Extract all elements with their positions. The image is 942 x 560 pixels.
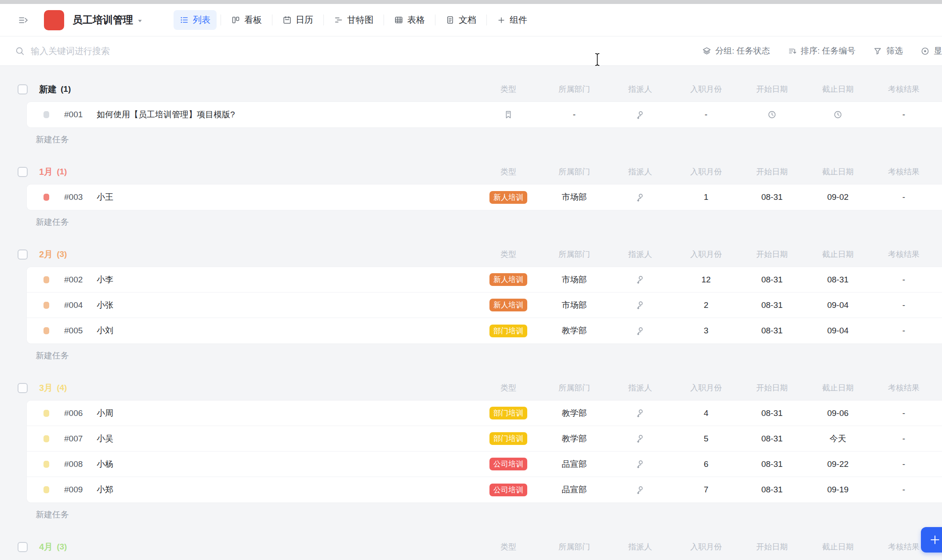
type-cell[interactable]: 部门培训 (475, 432, 541, 445)
display-control[interactable]: 显示 (920, 45, 942, 57)
result-cell[interactable]: - (871, 325, 937, 337)
due-date-cell[interactable]: 09-22 (805, 458, 871, 470)
result-cell[interactable]: - (871, 484, 937, 496)
result-cell[interactable]: - (871, 191, 937, 204)
new-task-button[interactable]: 新建任务 (31, 509, 69, 520)
month-cell[interactable]: 7 (673, 484, 739, 496)
type-cell[interactable]: 部门培训 (475, 325, 541, 337)
result-cell[interactable]: - (871, 458, 937, 470)
start-date-cell[interactable]: 08-31 (739, 273, 805, 286)
month-cell[interactable]: 3 (673, 325, 739, 337)
due-date-cell[interactable]: 今天 (805, 432, 871, 445)
due-date-cell[interactable]: 09-04 (805, 299, 871, 311)
department-cell[interactable]: - (541, 110, 607, 120)
collapse-group-button[interactable] (18, 84, 28, 94)
tab-plus[interactable]: 组件 (491, 10, 533, 30)
start-date-cell[interactable]: 08-31 (739, 484, 805, 496)
assignee-cell[interactable] (607, 484, 673, 496)
start-date-cell[interactable]: 08-31 (739, 325, 805, 337)
department-cell[interactable]: 市场部 (541, 191, 607, 204)
due-date-cell[interactable]: 09-02 (805, 191, 871, 204)
type-cell[interactable]: 公司培训 (475, 458, 541, 470)
task-list: 新建 (1) 类型所属部门指派人入职月份开始日期截止日期考核结果 #001 如何… (0, 80, 942, 560)
task-row[interactable]: #009 小郑 公司培训品宣部708-3109-19- (27, 477, 942, 502)
result-cell[interactable]: - (871, 432, 937, 445)
type-cell[interactable]: 部门培训 (475, 407, 541, 419)
task-row[interactable]: #004 小张 新人培训市场部208-3109-04- (27, 293, 942, 318)
task-row[interactable]: #007 小吴 部门培训教学部508-31今天- (27, 426, 942, 452)
new-task-button[interactable]: 新建任务 (31, 350, 69, 361)
month-cell[interactable]: 1 (673, 191, 739, 204)
column-header: 截止日期 (805, 166, 871, 177)
assignee-cell[interactable] (607, 191, 673, 204)
new-task-button[interactable]: 新建任务 (31, 134, 69, 145)
department-cell[interactable]: 品宣部 (541, 458, 607, 470)
month-cell[interactable]: 6 (673, 458, 739, 470)
filter-control[interactable]: 筛选 (873, 45, 903, 57)
department-cell[interactable]: 教学部 (541, 407, 607, 419)
task-row-cells: 部门培训教学部408-3109-06- (475, 407, 937, 419)
start-date-cell[interactable]: 08-31 (739, 407, 805, 419)
start-date-cell[interactable]: 08-31 (739, 191, 805, 204)
assignee-cell[interactable] (607, 110, 673, 120)
assignee-cell[interactable] (607, 432, 673, 445)
assignee-cell[interactable] (607, 407, 673, 419)
result-cell[interactable]: - (871, 407, 937, 419)
clock-icon (767, 110, 777, 119)
assignee-cell[interactable] (607, 299, 673, 311)
task-row[interactable]: #002 小李 新人培训市场部1208-3108-31- (27, 267, 942, 293)
department-cell[interactable]: 市场部 (541, 299, 607, 311)
department-cell[interactable]: 教学部 (541, 325, 607, 337)
due-date-cell[interactable]: 09-06 (805, 407, 871, 419)
type-cell[interactable]: 新人培训 (475, 299, 541, 311)
assignee-cell[interactable] (607, 273, 673, 286)
month-cell[interactable]: 5 (673, 432, 739, 445)
type-cell[interactable]: 新人培训 (475, 191, 541, 204)
create-task-fab[interactable] (921, 527, 942, 553)
task-row[interactable]: #003 小王 新人培训市场部108-3109-02- (27, 184, 942, 210)
month-cell[interactable]: 12 (673, 273, 739, 286)
collapse-group-button[interactable] (18, 167, 28, 177)
task-row[interactable]: #006 小周 部门培训教学部408-3109-06- (27, 401, 942, 426)
new-task-button[interactable]: 新建任务 (31, 217, 69, 228)
due-date-cell[interactable]: 08-31 (805, 273, 871, 286)
search-input[interactable] (31, 46, 404, 56)
sidebar-toggle-icon[interactable] (18, 14, 29, 26)
tab-gantt[interactable]: 甘特图 (328, 10, 380, 30)
type-cell[interactable] (475, 110, 541, 120)
month-cell[interactable]: - (673, 110, 739, 120)
tab-kanban[interactable]: 看板 (225, 10, 268, 30)
result-cell[interactable]: - (871, 273, 937, 286)
assignee-cell[interactable] (607, 458, 673, 470)
collapse-group-button[interactable] (18, 383, 28, 393)
task-row[interactable]: #008 小杨 公司培训品宣部608-3109-22- (27, 452, 942, 477)
department-cell[interactable]: 教学部 (541, 432, 607, 445)
start-date-cell[interactable]: 08-31 (739, 299, 805, 311)
group-by-control[interactable]: 分组: 任务状态 (702, 45, 770, 57)
type-cell[interactable]: 公司培训 (475, 484, 541, 496)
type-cell[interactable]: 新人培训 (475, 273, 541, 286)
start-date-cell[interactable]: 08-31 (739, 432, 805, 445)
result-cell[interactable]: - (871, 110, 937, 120)
project-title-dropdown[interactable]: 员工培训管理 (72, 13, 143, 27)
start-date-cell[interactable] (739, 110, 805, 120)
month-cell[interactable]: 4 (673, 407, 739, 419)
sort-by-control[interactable]: 排序: 任务编号 (788, 45, 856, 57)
department-cell[interactable]: 品宣部 (541, 484, 607, 496)
start-date-cell[interactable]: 08-31 (739, 458, 805, 470)
due-date-cell[interactable]: 09-04 (805, 325, 871, 337)
tab-doc[interactable]: 文档 (439, 10, 482, 30)
due-date-cell[interactable]: 09-19 (805, 484, 871, 496)
assignee-cell[interactable] (607, 325, 673, 337)
result-cell[interactable]: - (871, 299, 937, 311)
task-row[interactable]: #005 小刘 部门培训教学部308-3109-04- (27, 318, 942, 343)
task-row[interactable]: #001 如何使用【员工培训管理】项目模版? --- (27, 102, 942, 127)
due-date-cell[interactable] (805, 110, 871, 120)
collapse-group-button[interactable] (18, 249, 28, 260)
tab-calendar[interactable]: 日历 (276, 10, 319, 30)
collapse-group-button[interactable] (18, 542, 28, 552)
department-cell[interactable]: 市场部 (541, 273, 607, 286)
tab-list[interactable]: 列表 (174, 10, 217, 30)
tab-table[interactable]: 表格 (388, 10, 431, 30)
month-cell[interactable]: 2 (673, 299, 739, 311)
